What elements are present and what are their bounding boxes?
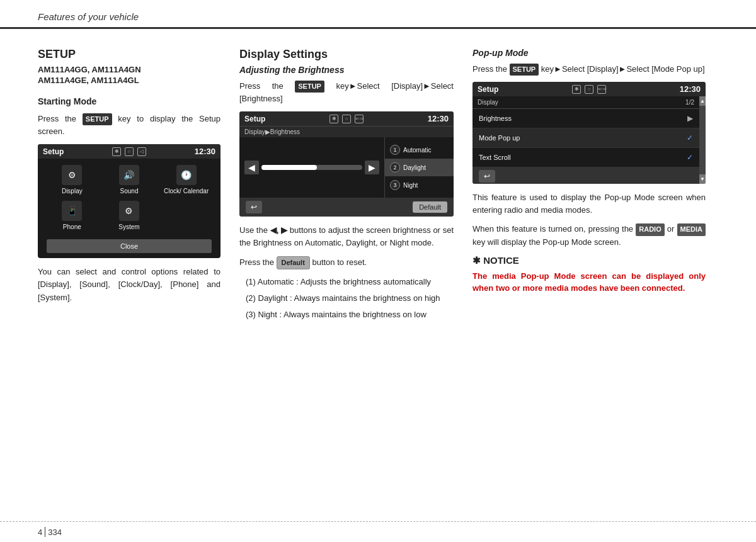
display-row-textscroll: Text Scroll ✓ [472, 148, 699, 167]
radio-badge: RADIO [636, 223, 664, 235]
left-description: You can select and control options relat… [38, 266, 220, 303]
screen2-bt-icon: ✱ [329, 115, 338, 123]
display-row-modepopup: Mode Pop up ✓ [472, 128, 699, 148]
screen3-display-header: Display 1/2 [472, 96, 699, 109]
option-automatic: 1 Automatic [385, 141, 454, 159]
list-item-3: (3) Night : Always maintains the brightn… [246, 308, 454, 321]
option-num-2: 2 [390, 162, 400, 172]
screen3-icons: ✱ ○ ⇐⇒ [572, 85, 606, 94]
screen2-time: 12:30 [428, 114, 449, 123]
starting-mode-desc: Press the SETUP key to display the Setup… [38, 113, 220, 138]
slider-left-arrow[interactable]: ◀ [244, 161, 259, 174]
screen1-icons: ✱ ○ ◁ [112, 147, 146, 156]
popup-intro: Press the SETUP key►Select [Display]►Sel… [472, 63, 706, 76]
screen3-bt-icon: ✱ [572, 85, 581, 94]
screen2-breadcrumb: Display▶Brightness [239, 126, 454, 137]
menu-item-display: ⚙ Display [47, 165, 98, 195]
screen2-back-btn[interactable]: ↩ [246, 201, 262, 213]
page-number: 4 [38, 528, 42, 537]
arrows-icon: ◁ [137, 147, 146, 156]
notice-text: The media Pop-up Mode screen can be disp… [472, 270, 706, 295]
screen2-brightness-content: ◀ ▶ 1 Automatic 2 Daylight [239, 137, 454, 198]
display-icon: ⚙ [62, 165, 82, 185]
setup-badge: SETUP [83, 113, 112, 125]
brightness-row-label: Brightness [479, 115, 512, 122]
option-num-3: 3 [390, 180, 400, 190]
setup-badge-3: SETUP [510, 64, 539, 76]
menu-sound-label: Sound [120, 188, 139, 195]
adjusting-brightness-heading: Adjusting the Brightness [239, 65, 454, 75]
popup-desc2: When this feature is turned on, pressing… [472, 223, 706, 248]
screen-mockup-1: Setup ✱ ○ ◁ 12:30 ⚙ Display 🔊 Sound [38, 144, 220, 258]
notice-section: ✱ NOTICE The media Pop-up Mode screen ca… [472, 255, 706, 295]
bt-icon: ✱ [112, 147, 121, 156]
default-badge: Default [277, 256, 310, 269]
scroll-down-btn[interactable]: ▼ [699, 174, 706, 184]
slider-area: ◀ ▶ [239, 137, 384, 198]
menu-system-label: System [118, 223, 139, 230]
screen2-appname: Setup [244, 115, 265, 123]
scroll-up-btn[interactable]: ▲ [699, 96, 706, 106]
circle-icon: ○ [125, 147, 134, 156]
screen2-topbar: Setup ✱ ○ ⇐⇒ 12:30 [239, 111, 454, 126]
left-column: SETUP AM111A4GG, AM111A4GN AM111A4GE, AM… [38, 48, 239, 325]
screen3-back-btn[interactable]: ↩ [479, 170, 495, 183]
option-daylight: 2 Daylight [385, 159, 454, 176]
slider-bar [261, 165, 362, 170]
option-night: 3 Night [385, 176, 454, 194]
brightness-row-arrow: ▶ [687, 114, 693, 123]
menu-item-sound: 🔊 Sound [104, 165, 155, 195]
screen2-arrows-icon: ⇐⇒ [355, 115, 364, 123]
sound-icon: 🔊 [119, 165, 139, 185]
menu-item-phone: 📱 Phone [47, 201, 98, 230]
media-badge: MEDIA [677, 223, 706, 235]
screen1-topbar: Setup ✱ ○ ◁ 12:30 [38, 144, 220, 159]
display-settings-title: Display Settings [239, 48, 454, 61]
popup-desc2b: or [667, 224, 675, 234]
screen2-options: 1 Automatic 2 Daylight 3 Night [384, 137, 454, 198]
option-automatic-label: Automatic [403, 147, 431, 154]
setup-title: SETUP [38, 48, 220, 61]
screen3-rows-area: Display 1/2 Brightness ▶ Mode Pop up ✓ T… [472, 96, 699, 184]
screen2-bottombar: ↩ Default [239, 198, 454, 217]
model-line2: AM111A4GE, AM111A4GL [38, 76, 220, 85]
press-the-text: Press the [239, 81, 284, 91]
option-night-label: Night [403, 182, 418, 189]
screen2-default-btn[interactable]: Default [413, 201, 447, 213]
display-row-brightness: Brightness ▶ [472, 109, 699, 128]
middle-column: Display Settings Adjusting the Brightnes… [239, 48, 472, 325]
footer-page-num: 4 334 [38, 527, 62, 537]
system-icon: ⚙ [119, 201, 139, 221]
press-default-desc: Press the Default button to reset. [239, 256, 454, 269]
textscroll-row-check: ✓ [687, 153, 693, 162]
page-header: Features of your vehicle [0, 0, 756, 29]
menu-item-system: ⚙ System [104, 201, 155, 230]
menu-display-label: Display [62, 188, 83, 195]
screen3-scrollbar: ▲ ▼ [699, 96, 706, 184]
screen3-time: 12:30 [680, 84, 701, 94]
modepopup-row-label: Mode Pop up [479, 134, 520, 142]
menu-item-clock: 🕐 Clock/ Calendar [161, 165, 212, 195]
page-footer: 4 334 [0, 521, 756, 542]
brightness-intro: Press the SETUP key►Select [Display]►Sel… [239, 80, 454, 105]
starting-mode-heading: Starting Mode [38, 96, 220, 106]
header-title: Features of your vehicle [38, 11, 139, 22]
page-sub-number: 334 [48, 528, 62, 537]
screen3-topbar: Setup ✱ ○ ⇐⇒ 12:30 [472, 82, 706, 96]
slider-fill [261, 165, 317, 170]
textscroll-row-label: Text Scroll [479, 154, 511, 161]
list-item-1: (1) Automatic : Adjusts the brightness a… [246, 276, 454, 288]
footer-divider [45, 527, 45, 537]
notice-title: ✱ NOTICE [472, 255, 706, 266]
close-label: Close [120, 242, 138, 250]
screen1-time: 12:30 [195, 147, 215, 156]
screen1-close-btn[interactable]: Close [47, 239, 212, 253]
popup-desc2-text: When this feature is turned on, pressing… [472, 224, 633, 234]
screen3-breadcrumb-page: 1/2 [685, 99, 694, 106]
screen-mockup-2: Setup ✱ ○ ⇐⇒ 12:30 Display▶Brightness ◀ [239, 111, 454, 217]
slider-right-arrow[interactable]: ▶ [365, 161, 379, 174]
menu-clock-label: Clock/ Calendar [164, 188, 209, 195]
screen3-breadcrumb-label: Display [478, 99, 498, 106]
scroll-track [699, 106, 706, 174]
popup-mode-heading: Pop-up Mode [472, 48, 706, 58]
